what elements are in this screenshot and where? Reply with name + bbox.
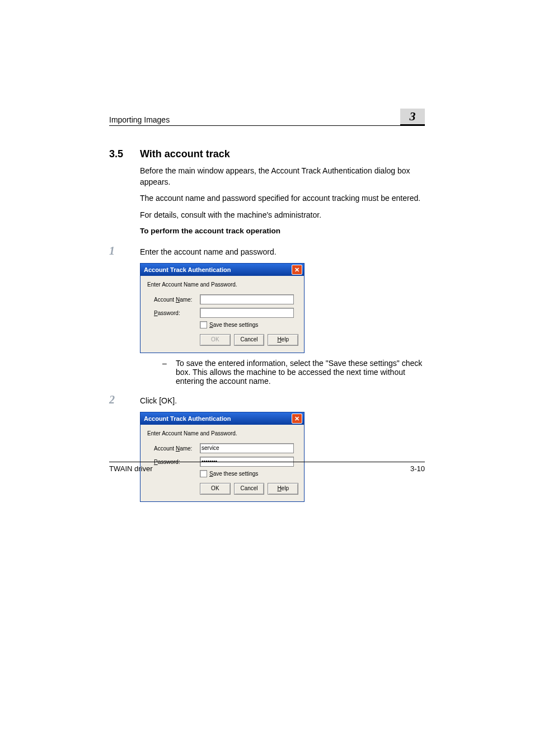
dialog-title: Account Track Authentication — [144, 266, 231, 273]
account-name-row: Account Name: service — [147, 443, 298, 453]
dialog-buttons: OK Cancel Help — [200, 334, 298, 346]
body-text: Before the main window appears, the Acco… — [140, 166, 425, 237]
close-icon[interactable]: ✕ — [292, 414, 302, 424]
account-name-input[interactable] — [200, 294, 294, 304]
dialog-titlebar: Account Track Authentication ✕ — [140, 264, 304, 276]
paragraph-2: The account name and password specified … — [140, 193, 425, 204]
step-2: 2 Click [OK]. — [109, 393, 425, 406]
ok-button[interactable]: OK — [200, 483, 231, 495]
dialog-title: Account Track Authentication — [144, 415, 231, 422]
note-dash: – — [162, 359, 176, 386]
account-name-label: Account Name: — [147, 297, 200, 303]
footer-divider — [109, 462, 425, 462]
step-2-number: 2 — [109, 393, 140, 406]
help-button[interactable]: Help — [268, 334, 298, 346]
page-header: Importing Images 3 — [109, 112, 425, 125]
dialog-body: Enter Account Name and Password. Account… — [140, 276, 304, 353]
subsection-title: To perform the account track operation — [140, 226, 425, 237]
dialog-titlebar: Account Track Authentication ✕ — [140, 412, 304, 425]
dialog-buttons: OK Cancel Help — [200, 483, 298, 495]
account-name-input[interactable]: service — [200, 443, 294, 453]
note-text: To save the entered information, select … — [176, 359, 425, 386]
section-number: 3.5 — [109, 148, 140, 160]
save-settings-label: Save these settings — [209, 322, 258, 328]
paragraph-3: For details, consult with the machine's … — [140, 210, 425, 221]
step-1: 1 Enter the account name and password. — [109, 245, 425, 257]
header-divider — [109, 125, 425, 126]
step-1-note: – To save the entered information, selec… — [162, 359, 425, 386]
dialog-instruction: Enter Account Name and Password. — [147, 281, 298, 288]
help-button[interactable]: Help — [268, 483, 298, 495]
close-icon[interactable]: ✕ — [292, 265, 302, 275]
header-section-title: Importing Images — [109, 115, 170, 125]
password-row: Password: — [147, 308, 298, 318]
chapter-number-badge: 3 — [400, 109, 425, 125]
dialog-instruction: Enter Account Name and Password. — [147, 430, 298, 436]
save-settings-row: Save these settings — [200, 321, 298, 328]
password-label: Password: — [147, 310, 200, 316]
ok-button[interactable]: OK — [200, 334, 231, 346]
page-footer: TWAIN driver 3-10 — [109, 462, 425, 473]
section-title: With account track — [140, 148, 230, 160]
step-2-text: Click [OK]. — [140, 395, 177, 405]
cancel-button[interactable]: Cancel — [234, 483, 265, 495]
section-heading: 3.5 With account track — [109, 148, 425, 160]
account-name-label: Account Name: — [147, 445, 200, 452]
paragraph-1: Before the main window appears, the Acco… — [140, 166, 425, 187]
footer-right: 3-10 — [410, 464, 425, 473]
save-settings-checkbox[interactable] — [200, 321, 207, 328]
document-page: Importing Images 3 3.5 With account trac… — [0, 0, 534, 616]
auth-dialog-empty: Account Track Authentication ✕ Enter Acc… — [140, 263, 305, 353]
step-1-number: 1 — [109, 245, 140, 257]
password-input[interactable] — [200, 308, 294, 318]
account-name-row: Account Name: — [147, 294, 298, 304]
step-1-text: Enter the account name and password. — [140, 246, 277, 256]
footer-left: TWAIN driver — [109, 464, 153, 473]
auth-dialog-filled: Account Track Authentication ✕ Enter Acc… — [140, 412, 305, 502]
cancel-button[interactable]: Cancel — [234, 334, 265, 346]
